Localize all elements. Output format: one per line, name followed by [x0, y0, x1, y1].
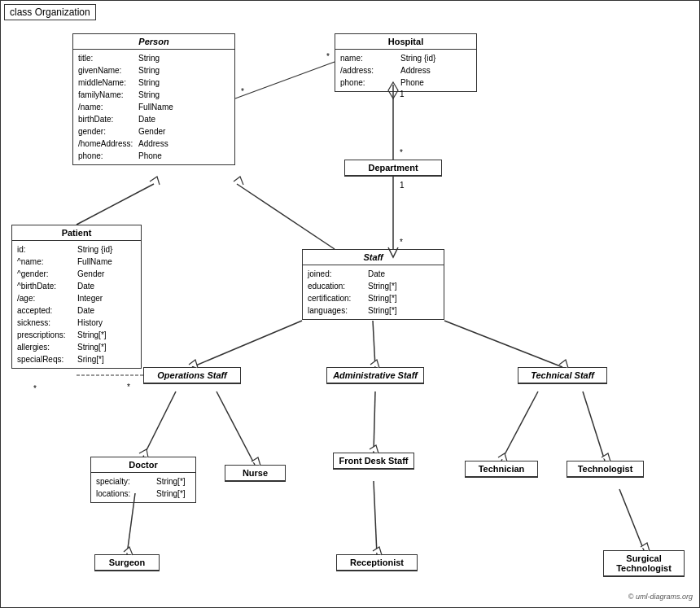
svg-text:*: * [241, 87, 244, 96]
surgical-technologist-name: Surgical Technologist [604, 551, 684, 576]
class-receptionist: Receptionist [336, 554, 418, 571]
class-operations-staff: Operations Staff [143, 367, 241, 384]
svg-line-15 [217, 391, 255, 465]
svg-line-21 [619, 489, 644, 550]
patient-attrs: id:String {id} ^name:FullName ^gender:Ge… [12, 241, 141, 368]
svg-line-14 [143, 391, 176, 457]
class-patient: Patient id:String {id} ^name:FullName ^g… [11, 225, 142, 369]
svg-text:*: * [400, 238, 403, 247]
svg-line-12 [373, 321, 375, 367]
department-name: Department [345, 160, 441, 176]
technologist-name: Technologist [567, 461, 643, 477]
class-technician: Technician [465, 461, 538, 478]
person-name: Person [73, 34, 234, 50]
class-surgical-technologist: Surgical Technologist [603, 550, 685, 577]
svg-line-13 [444, 321, 562, 367]
technical-staff-name: Technical Staff [518, 368, 606, 383]
class-surgeon: Surgeon [94, 554, 160, 571]
svg-line-18 [583, 391, 605, 461]
front-desk-staff-name: Front Desk Staff [334, 453, 413, 469]
doctor-name: Doctor [91, 457, 195, 473]
surgeon-name: Surgeon [95, 555, 159, 571]
svg-line-16 [374, 391, 375, 453]
svg-text:*: * [33, 384, 37, 393]
class-doctor: Doctor specialty:String[*] locations:Str… [90, 457, 196, 503]
hospital-attrs: name:String {id} /address:Address phone:… [335, 50, 476, 91]
class-technologist: Technologist [567, 461, 644, 478]
person-attrs: title:String givenName:String middleName… [73, 50, 234, 164]
class-nurse: Nurse [225, 465, 286, 482]
receptionist-name: Receptionist [337, 555, 417, 571]
svg-text:1: 1 [400, 181, 405, 190]
copyright: © uml-diagrams.org [628, 593, 693, 601]
svg-text:*: * [400, 148, 403, 157]
staff-name: Staff [303, 250, 444, 265]
class-person: Person title:String givenName:String mid… [72, 33, 235, 165]
administrative-staff-name: Administrative Staff [327, 368, 423, 383]
svg-text:*: * [127, 383, 130, 391]
technician-name: Technician [466, 461, 537, 477]
operations-staff-name: Operations Staff [144, 368, 240, 383]
nurse-name: Nurse [225, 466, 285, 481]
doctor-attrs: specialty:String[*] locations:String[*] [91, 473, 195, 502]
staff-attrs: joined:Date education:String[*] certific… [303, 265, 444, 319]
svg-line-17 [501, 391, 538, 461]
diagram-title: class Organization [4, 4, 96, 20]
svg-line-20 [374, 481, 377, 554]
svg-line-6 [77, 184, 154, 225]
svg-line-11 [192, 321, 302, 367]
class-hospital: Hospital name:String {id} /address:Addre… [335, 33, 477, 92]
svg-text:*: * [326, 52, 330, 61]
svg-line-8 [235, 62, 335, 98]
svg-line-7 [237, 184, 335, 249]
class-staff: Staff joined:Date education:String[*] ce… [302, 249, 444, 320]
patient-name: Patient [12, 225, 141, 241]
hospital-name: Hospital [335, 34, 476, 50]
class-administrative-staff: Administrative Staff [326, 367, 424, 384]
class-technical-staff: Technical Staff [518, 367, 607, 384]
class-department: Department [344, 160, 442, 177]
uml-diagram: class Organization Person title:String g… [0, 0, 700, 608]
class-front-desk-staff: Front Desk Staff [333, 453, 414, 470]
